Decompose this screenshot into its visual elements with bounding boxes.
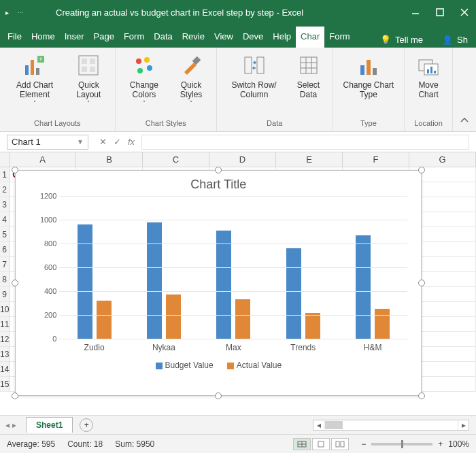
fx-icon[interactable]: fx	[128, 137, 135, 147]
row-header[interactable]: 7	[0, 257, 10, 272]
sheet-tab[interactable]: Sheet1	[26, 417, 73, 433]
select-all-corner[interactable]	[0, 152, 10, 167]
y-axis-tick-label: 1200	[29, 192, 56, 200]
row-header[interactable]: 13	[0, 347, 10, 362]
quick-access-more-icon[interactable]: ⋯	[17, 9, 24, 16]
quick-layout-button[interactable]: Quick Layout ˅	[67, 50, 111, 109]
chart-title[interactable]: Chart Title	[16, 171, 421, 196]
formula-bar[interactable]	[141, 135, 469, 150]
zoom-slider[interactable]	[371, 443, 432, 446]
tab-view[interactable]: View	[209, 27, 238, 48]
name-box[interactable]: Chart 1 ▼	[7, 135, 88, 150]
horizontal-scrollbar[interactable]: ◂ ▸	[313, 420, 469, 431]
row-header[interactable]: 4	[0, 212, 10, 227]
scroll-left-icon[interactable]: ◂	[313, 420, 324, 430]
row-header[interactable]: 15	[0, 377, 10, 392]
tab-data[interactable]: Data	[149, 27, 177, 48]
col-header[interactable]: G	[409, 152, 476, 167]
tell-me-input[interactable]: Tell me	[395, 35, 423, 45]
bar-budget[interactable]	[216, 231, 231, 339]
collapse-ribbon-button[interactable]	[453, 112, 476, 131]
chart-legend[interactable]: Budget Value Actual Value	[16, 355, 421, 373]
x-axis-category: Trends	[269, 343, 338, 352]
zoom-level[interactable]: 100%	[448, 439, 469, 449]
col-header[interactable]: A	[10, 152, 76, 167]
row-header[interactable]: 11	[0, 317, 10, 332]
tab-review[interactable]: Revie	[177, 27, 209, 48]
bar-actual[interactable]	[97, 301, 112, 339]
user-icon: 👤	[442, 35, 453, 45]
bar-actual[interactable]	[375, 309, 390, 339]
bar-budget[interactable]	[147, 222, 162, 339]
tab-formulas[interactable]: Form	[119, 27, 149, 48]
switch-row-column-button[interactable]: Switch Row/ Column	[221, 50, 288, 103]
worksheet-grid[interactable]: A B C D E F G 123456789101112131415 Outl…	[0, 152, 476, 415]
legend-item[interactable]: Budget Value	[156, 360, 214, 370]
svg-rect-13	[90, 67, 95, 72]
row-header[interactable]: 8	[0, 272, 10, 287]
sheet-nav-next-icon[interactable]: ▸	[12, 420, 16, 430]
resize-handle[interactable]	[215, 392, 222, 399]
bar-actual[interactable]	[305, 313, 320, 339]
tab-file[interactable]: File	[3, 27, 27, 48]
share-button[interactable]: Sh	[457, 35, 468, 45]
chevron-down-icon[interactable]: ▼	[77, 138, 84, 146]
status-average: Average: 595	[7, 439, 55, 449]
enter-formula-button[interactable]: ✓	[114, 137, 121, 147]
resize-handle[interactable]	[418, 392, 425, 399]
select-data-button[interactable]: Select Data	[288, 50, 328, 103]
normal-view-button[interactable]	[293, 438, 311, 450]
col-header[interactable]: F	[343, 152, 409, 167]
maximize-button[interactable]	[434, 6, 446, 18]
zoom-out-button[interactable]: −	[361, 439, 366, 449]
row-header[interactable]: 14	[0, 362, 10, 377]
row-header[interactable]: 12	[0, 332, 10, 347]
tab-chart-design[interactable]: Char	[296, 27, 324, 48]
tab-help[interactable]: Help	[268, 27, 296, 48]
svg-rect-32	[430, 67, 432, 73]
page-break-view-button[interactable]	[331, 438, 349, 450]
tab-page[interactable]: Page	[89, 27, 119, 48]
col-header[interactable]: B	[76, 152, 143, 167]
resize-handle[interactable]	[12, 392, 18, 399]
bar-budget[interactable]	[356, 235, 371, 339]
bar-actual[interactable]	[166, 295, 181, 339]
move-chart-button[interactable]: Move Chart	[409, 50, 448, 103]
minimize-button[interactable]	[409, 6, 422, 18]
tab-insert[interactable]: Inser	[60, 27, 89, 48]
row-header[interactable]: 5	[0, 227, 10, 242]
row-header[interactable]: 9	[0, 287, 10, 302]
tab-developer[interactable]: Deve	[238, 27, 268, 48]
row-header[interactable]: 10	[0, 302, 10, 317]
sheet-nav-prev-icon[interactable]: ◂	[5, 420, 10, 430]
scrollbar-thumb[interactable]	[325, 421, 343, 429]
resize-handle[interactable]	[12, 280, 18, 286]
change-colors-button[interactable]: Change Colors ˅	[120, 50, 169, 109]
cancel-formula-button[interactable]: ✕	[99, 137, 107, 147]
autosave-icon[interactable]: ▸	[5, 9, 9, 16]
tab-format[interactable]: Form	[324, 27, 354, 48]
row-header[interactable]: 1	[0, 167, 10, 182]
bar-budget[interactable]	[286, 248, 301, 339]
svg-rect-6	[36, 68, 39, 75]
legend-item[interactable]: Actual Value	[227, 360, 282, 370]
page-layout-view-button[interactable]	[312, 438, 330, 450]
tab-home[interactable]: Home	[27, 27, 60, 48]
row-header[interactable]: 3	[0, 197, 10, 212]
col-header[interactable]: D	[209, 152, 276, 167]
bar-budget[interactable]	[78, 224, 92, 339]
plot-area[interactable]: ZudioNykaaMaxTrendsH&M 02004006008001000…	[59, 196, 407, 339]
change-chart-type-button[interactable]: Change Chart Type	[337, 50, 401, 103]
close-button[interactable]	[458, 6, 471, 18]
new-sheet-button[interactable]: +	[80, 418, 93, 432]
scroll-right-icon[interactable]: ▸	[458, 420, 469, 430]
quick-styles-button[interactable]: Quick Styles ˅	[170, 50, 212, 109]
zoom-in-button[interactable]: +	[438, 439, 443, 449]
col-header[interactable]: E	[276, 152, 343, 167]
row-header[interactable]: 6	[0, 242, 10, 257]
embedded-chart[interactable]: Chart Title ZudioNykaaMaxTrendsH&M 02004…	[15, 170, 422, 396]
col-header[interactable]: C	[143, 152, 209, 167]
add-chart-element-button[interactable]: + Add Chart Element ˅	[4, 50, 65, 109]
row-header[interactable]: 2	[0, 182, 10, 197]
bar-actual[interactable]	[235, 299, 250, 339]
